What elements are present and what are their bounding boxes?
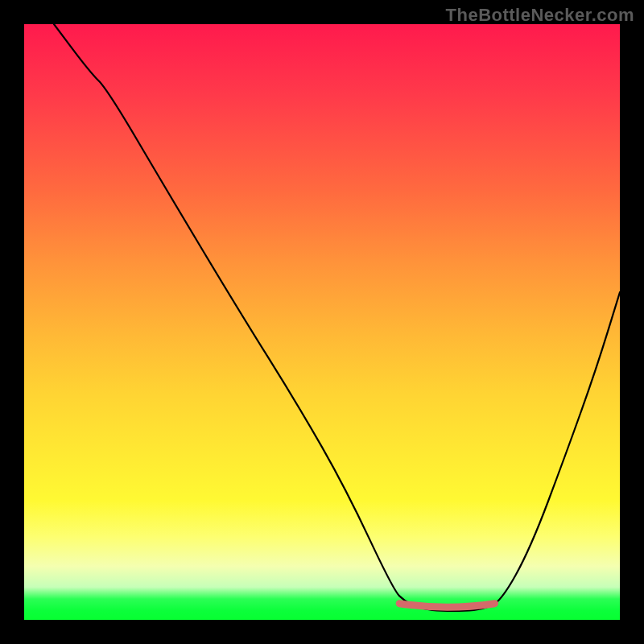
chart-plot-area [24, 24, 620, 620]
bottleneck-curve [54, 24, 620, 611]
watermark-text: TheBottleNecker.com [446, 5, 634, 26]
chart-curve-layer [24, 24, 620, 620]
valley-marker [399, 604, 494, 608]
